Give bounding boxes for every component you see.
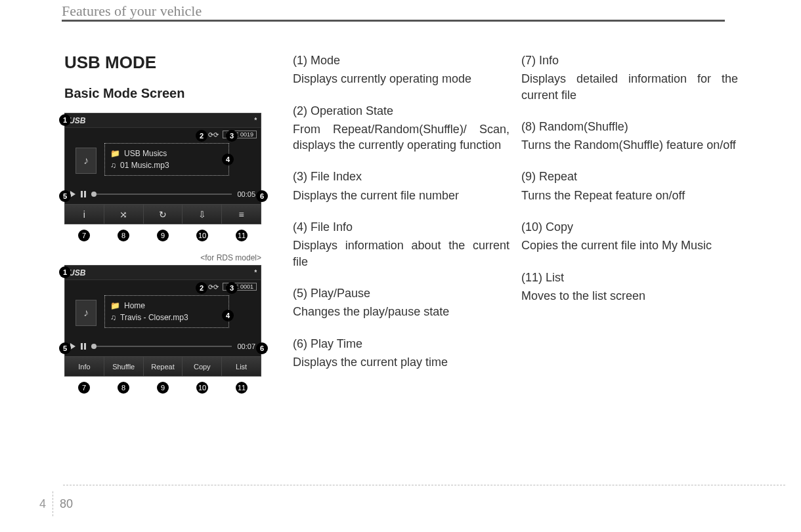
play-time: 00:07 — [237, 342, 255, 350]
folder-line: 📁 Home — [110, 301, 223, 310]
callout-6: 6 — [256, 190, 268, 202]
page-content: USB MODE Basic Mode Screen USB * ⟳⟳ FILE… — [64, 52, 725, 405]
callout-row-2: 7 8 9 10 11 — [64, 382, 261, 394]
page-number: 80 — [60, 497, 73, 511]
item-body: Changes the play/pause state — [293, 304, 509, 319]
operation-state-icons: ⟳⟳ — [208, 283, 219, 291]
callout-11: 11 — [236, 230, 248, 241]
callout-10: 10 — [196, 382, 208, 394]
top-bar: USB * — [65, 266, 261, 280]
file-info-box: 📁 USB Musics ♫ 01 Music.mp3 — [104, 143, 229, 176]
track-line: ♫ Travis - Closer.mp3 — [110, 313, 223, 322]
item-head: (9) Repeat — [521, 169, 738, 184]
item-body: Displays information about the current f… — [293, 237, 509, 270]
track-line: ♫ 01 Music.mp3 — [110, 161, 223, 170]
folder-name: Home — [124, 301, 145, 310]
callout-3: 3 — [226, 130, 238, 142]
file-info-box: 📁 Home ♫ Travis - Closer.mp3 — [104, 295, 229, 328]
callout-6: 6 — [256, 342, 268, 354]
softkey-info[interactable]: i — [65, 205, 104, 224]
bluetooth-icon: * — [254, 117, 257, 124]
callout-row-1: 7 8 9 10 11 — [64, 230, 261, 241]
folder-icon: 📁 — [110, 301, 120, 310]
callout-4: 4 — [222, 153, 234, 165]
softkey-copy[interactable]: ⇩ — [183, 205, 222, 224]
callout-7: 7 — [78, 230, 90, 241]
item-body: Copies the current file into My Music — [521, 237, 738, 253]
header-rule — [62, 20, 725, 22]
callout-1: 1 — [59, 266, 71, 278]
footer-rule — [63, 485, 785, 485]
item-8: (8) Random(Shuffle) Turns the Random(Shu… — [521, 119, 738, 153]
section-title: USB MODE — [64, 52, 281, 73]
callout-4: 4 — [222, 310, 234, 321]
softkey-repeat[interactable]: ↻ — [144, 205, 183, 224]
softkey-shuffle[interactable]: Shuffle — [104, 357, 144, 376]
item-2: (2) Operation State From Repeat/Random(S… — [293, 103, 509, 153]
usb-device-icon: ♪ — [76, 148, 97, 174]
callout-1: 1 — [59, 114, 71, 126]
play-icon[interactable] — [70, 343, 76, 350]
folder-line: 📁 USB Musics — [110, 149, 223, 158]
track-name: Travis - Closer.mp3 — [120, 313, 188, 322]
callout-5: 5 — [59, 190, 71, 202]
softkey-bar: Info Shuffle Repeat Copy List — [65, 356, 261, 376]
play-time: 00:05 — [237, 190, 255, 198]
item-head: (6) Play Time — [293, 336, 509, 352]
item-1: (1) Mode Displays currently operating mo… — [293, 52, 509, 87]
softkey-copy[interactable]: Copy — [183, 357, 222, 376]
softkey-shuffle[interactable]: ⤨ — [104, 205, 144, 224]
folder-name: USB Musics — [124, 149, 167, 158]
item-11: (11) List Moves to the list screen — [521, 270, 738, 304]
running-head: Features of your vehicle — [62, 3, 202, 20]
item-head: (3) File Index — [293, 169, 509, 184]
item-body: Displays the current file number — [293, 188, 509, 203]
callout-11: 11 — [236, 382, 248, 394]
item-head: (10) Copy — [521, 219, 738, 235]
softkey-repeat[interactable]: Repeat — [144, 357, 183, 376]
chapter-number: 4 — [39, 497, 46, 511]
item-head: (5) Play/Pause — [293, 285, 509, 301]
item-head: (1) Mode — [293, 52, 509, 68]
track-name: 01 Music.mp3 — [120, 161, 169, 170]
top-bar: USB * — [65, 113, 261, 128]
softkey-list[interactable]: ≡ — [222, 205, 261, 224]
rds-caption: <for RDS model> — [64, 253, 261, 262]
softkey-list[interactable]: List — [222, 357, 261, 376]
note-icon: ♫ — [110, 313, 116, 322]
callout-9: 9 — [157, 230, 169, 241]
item-body: Turns the Random(Shuffle) feature on/off — [521, 137, 738, 153]
item-6: (6) Play Time Displays the current play … — [293, 336, 509, 371]
item-head: (4) File Info — [293, 219, 509, 235]
item-body: Moves to the list screen — [521, 288, 738, 304]
play-bar: 00:05 — [65, 187, 261, 201]
item-9: (9) Repeat Turns the Repeat feature on/o… — [521, 169, 738, 203]
softkey-info[interactable]: Info — [65, 357, 104, 376]
bluetooth-icon: * — [254, 269, 257, 276]
item-7: (7) Info Displays detailed information f… — [521, 52, 738, 103]
callout-2: 2 — [196, 130, 207, 142]
item-body: Displays detailed information for the cu… — [521, 71, 738, 103]
usb-device-icon: ♪ — [76, 300, 97, 326]
column-left: USB MODE Basic Mode Screen USB * ⟳⟳ FILE… — [64, 52, 281, 405]
callout-8: 8 — [118, 382, 129, 394]
page-footer: 4 80 — [39, 491, 73, 516]
item-3: (3) File Index Displays the current file… — [293, 169, 509, 203]
item-4: (4) File Info Displays information about… — [293, 219, 509, 270]
note-icon: ♫ — [110, 161, 116, 170]
folder-icon: 📁 — [110, 149, 120, 158]
column-right: (7) Info Displays detailed information f… — [521, 52, 738, 405]
item-head: (7) Info — [521, 52, 738, 68]
play-icon[interactable] — [70, 191, 76, 197]
callout-2: 2 — [196, 282, 207, 294]
item-5: (5) Play/Pause Changes the play/pause st… — [293, 285, 509, 320]
callout-10: 10 — [196, 230, 208, 241]
pause-icon[interactable] — [81, 191, 86, 197]
progress-bar[interactable] — [91, 346, 232, 347]
callout-3: 3 — [226, 282, 238, 294]
progress-bar[interactable] — [91, 194, 232, 195]
section-subtitle: Basic Mode Screen — [64, 86, 281, 101]
pause-icon[interactable] — [81, 343, 86, 350]
item-head: (8) Random(Shuffle) — [521, 119, 738, 134]
callout-7: 7 — [78, 382, 90, 394]
